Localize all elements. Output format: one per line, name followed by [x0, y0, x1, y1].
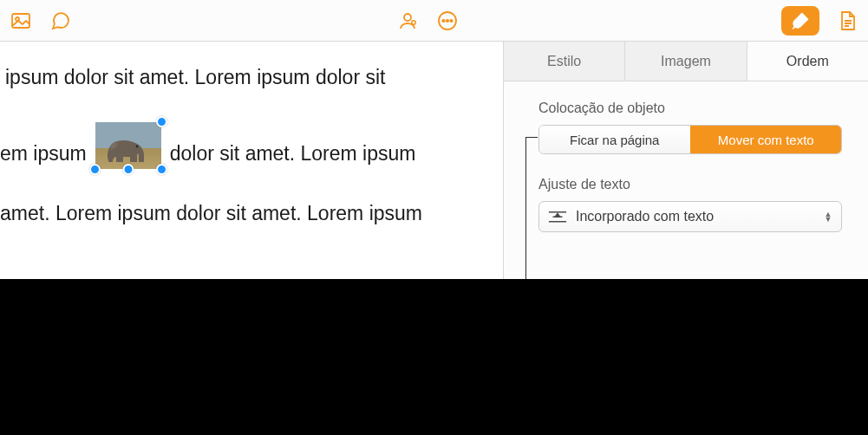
document-canvas[interactable]: ipsum dolor sit amet. Lorem ipsum dolor …: [0, 42, 504, 279]
placement-move-button[interactable]: Mover com texto: [690, 126, 842, 153]
toolbar: [0, 0, 868, 42]
selection-handle[interactable]: [89, 164, 101, 175]
text-wrap-label: Ajuste de texto: [538, 177, 842, 192]
selection-handle[interactable]: [156, 164, 167, 175]
text-wrap-value: Incorporado com texto: [576, 209, 813, 224]
selection-handle[interactable]: [122, 164, 134, 175]
inspector-sidebar: Estilo Imagem Ordem Colocação de objeto …: [504, 42, 868, 279]
svg-point-7: [450, 19, 452, 21]
media-icon[interactable]: [9, 9, 33, 33]
document-icon[interactable]: [835, 9, 859, 33]
collaborate-icon[interactable]: [395, 9, 420, 33]
chevron-updown-icon: ▲▼: [822, 211, 834, 222]
selection-handle[interactable]: [156, 116, 167, 127]
document-text: em ipsum dolor sit amet. Lorem ipsum: [0, 122, 487, 169]
tab-image[interactable]: Imagem: [625, 42, 747, 81]
svg-point-5: [442, 19, 444, 21]
inspector-tabs: Estilo Imagem Ordem: [504, 42, 868, 81]
document-text: ipsum dolor sit amet. Lorem ipsum dolor …: [0, 62, 487, 93]
placement-stay-button[interactable]: Ficar na página: [539, 126, 690, 153]
comment-icon[interactable]: [49, 9, 73, 33]
document-text-fragment: dolor sit amet. Lorem ipsum: [170, 139, 416, 169]
object-placement-label: Colocação de objeto: [538, 101, 842, 116]
svg-point-6: [446, 19, 447, 21]
document-text: amet. Lorem ipsum dolor sit amet. Lorem …: [0, 198, 487, 229]
inline-image[interactable]: [95, 122, 161, 169]
svg-point-8: [135, 145, 138, 147]
callout-line: [525, 137, 538, 138]
elephant-graphic: [104, 134, 147, 166]
text-wrap-dropdown[interactable]: Incorporado com texto ▲▼: [538, 201, 842, 232]
inline-wrap-icon: [548, 209, 567, 224]
callout-line: [525, 137, 526, 279]
tab-order[interactable]: Ordem: [747, 42, 868, 81]
tab-style[interactable]: Estilo: [504, 42, 625, 81]
format-brush-icon[interactable]: [781, 6, 819, 36]
document-text-fragment: em ipsum: [0, 139, 87, 169]
object-placement-segmented: Ficar na página Mover com texto: [538, 125, 842, 154]
more-icon[interactable]: [435, 9, 460, 33]
svg-point-2: [404, 14, 411, 21]
